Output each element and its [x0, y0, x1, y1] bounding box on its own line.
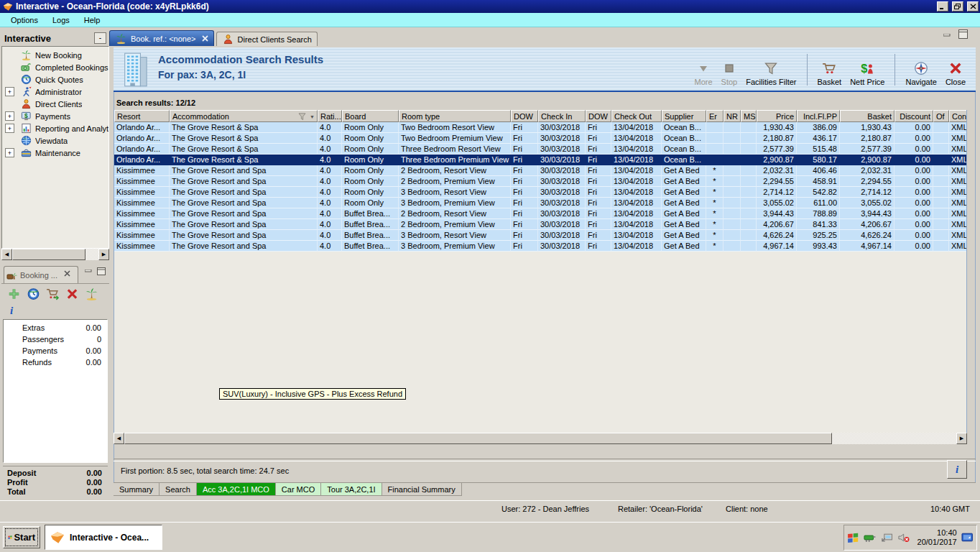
minimize-icon[interactable] — [83, 267, 93, 275]
sidebar-hscrollbar[interactable]: ◀ ▶ — [1, 249, 109, 260]
menu-item-help[interactable]: Help — [78, 14, 107, 26]
bottom-tab-financial-summary[interactable]: Financial Summary — [382, 483, 462, 496]
expand-icon[interactable]: + — [5, 111, 14, 121]
add-icon[interactable] — [7, 288, 21, 300]
expand-icon[interactable]: + — [5, 87, 14, 96]
column-header-ms[interactable]: MS — [741, 110, 757, 122]
column-header-rati[interactable]: Rati... — [318, 110, 342, 122]
column-header-check-out[interactable]: Check Out — [611, 110, 662, 122]
bottom-tab-acc-3a-2c-1i-mco[interactable]: Acc 3A,2C,1I MCO — [197, 483, 276, 496]
result-row[interactable]: KissimmeeThe Grove Resort and Spa4.0Room… — [114, 187, 967, 198]
result-row[interactable]: KissimmeeThe Grove Resort and Spa4.0Room… — [114, 165, 967, 176]
column-header-supplier[interactable]: Supplier — [662, 110, 706, 122]
panel-minimize-icon[interactable] — [941, 30, 953, 40]
collapse-icon[interactable]: - — [94, 32, 106, 44]
taskbar-task-button[interactable]: Interactive - Ocea... — [45, 525, 162, 550]
tab-direct-clients-search[interactable]: Direct Clients Search — [216, 32, 318, 46]
sidebar-item-direct-clients[interactable]: Direct Clients — [2, 98, 108, 110]
quick-quote-icon[interactable] — [27, 288, 40, 300]
result-row[interactable]: Orlando Ar...The Grove Resort & Spa4.0Ro… — [114, 122, 967, 133]
column-header-dow[interactable]: DOW — [586, 110, 611, 122]
column-header-nr[interactable]: NR — [724, 110, 741, 122]
result-row[interactable]: KissimmeeThe Grove Resort and Spa4.0Buff… — [114, 241, 967, 252]
column-header-of[interactable]: Of — [933, 110, 949, 122]
scroll-track[interactable] — [832, 433, 956, 444]
facilities-filter-button[interactable]: Facilities Filter — [741, 60, 800, 88]
start-button[interactable]: Start — [3, 526, 40, 548]
sidebar-item-payments[interactable]: +$Payments — [2, 110, 108, 122]
tab-book-ref-none[interactable]: Book. ref.: <none> — [109, 30, 214, 46]
windows-update-icon[interactable] — [847, 531, 859, 544]
column-header-check-in[interactable]: Check In — [538, 110, 586, 122]
network-card-icon[interactable] — [864, 531, 876, 544]
filter-funnel-icon[interactable] — [297, 112, 307, 121]
nett-price-button[interactable]: $Nett Price — [846, 60, 889, 88]
sidebar-item-completed-bookings[interactable]: Completed Bookings — [2, 61, 108, 73]
scroll-right-icon[interactable]: ▶ — [98, 249, 109, 260]
column-header-basket[interactable]: Basket — [840, 110, 895, 122]
scroll-thumb[interactable] — [12, 249, 85, 260]
column-header-board[interactable]: Board — [342, 110, 399, 122]
column-header-price[interactable]: Price — [757, 110, 797, 122]
column-header-resort[interactable]: Resort — [114, 110, 170, 122]
scroll-left-icon[interactable]: ◀ — [1, 249, 12, 260]
column-header-accommodation[interactable]: Accommodation▼ — [170, 110, 318, 122]
cell: Fri — [586, 230, 611, 241]
expand-icon[interactable]: + — [5, 148, 14, 157]
result-row[interactable]: KissimmeeThe Grove Resort and Spa4.0Buff… — [114, 230, 967, 241]
close-icon[interactable] — [202, 35, 208, 42]
result-row[interactable]: Orlando Ar...The Grove Resort & Spa4.0Ro… — [114, 144, 967, 155]
navigate-button[interactable]: Navigate — [901, 60, 940, 88]
column-header-room-type[interactable]: Room type — [399, 110, 511, 122]
stop-button[interactable]: Stop — [717, 60, 742, 88]
result-row[interactable]: Orlando Ar...The Grove Resort & Spa4.0Ro… — [114, 155, 967, 165]
column-header-discount[interactable]: Discount — [895, 110, 933, 122]
result-row[interactable]: KissimmeeThe Grove Resort and Spa4.0Buff… — [114, 219, 967, 230]
close-button[interactable]: Close — [941, 60, 970, 88]
info-icon[interactable]: i — [10, 305, 13, 317]
menu-item-logs[interactable]: Logs — [46, 14, 76, 26]
palm-tree-icon[interactable] — [85, 288, 98, 300]
sidebar-item-new-booking[interactable]: New Booking — [2, 49, 108, 61]
network-connection-icon[interactable] — [881, 531, 893, 544]
column-header-contrac[interactable]: Contrac — [949, 110, 967, 122]
expand-icon[interactable]: + — [5, 124, 14, 133]
results-hscrollbar[interactable]: ◀ ▶ — [114, 433, 967, 444]
close-icon[interactable] — [64, 270, 75, 280]
result-row[interactable]: KissimmeeThe Grove Resort and Spa4.0Room… — [114, 198, 967, 208]
show-desktop-icon[interactable] — [961, 531, 974, 544]
close-icon[interactable] — [967, 1, 979, 12]
sidebar-item-maintenance[interactable]: +Maintenance — [2, 147, 108, 159]
info-button[interactable]: i — [947, 460, 967, 479]
filter-dropdown-icon[interactable]: ▼ — [310, 114, 315, 119]
panel-maximize-icon[interactable] — [957, 29, 969, 40]
basket-button[interactable]: Basket — [813, 60, 846, 88]
booking-tab[interactable]: Booking ... — [4, 266, 78, 283]
sidebar-item-reporting-and-analyt[interactable]: +Reporting and Analyt — [2, 122, 108, 134]
delete-icon[interactable] — [65, 288, 79, 300]
bottom-tab-search[interactable]: Search — [160, 483, 197, 496]
more-button[interactable]: More — [690, 60, 717, 88]
column-header-dow[interactable]: DOW — [511, 110, 538, 122]
sidebar-item-viewdata[interactable]: Viewdata — [2, 134, 108, 147]
bottom-tab-tour-3a-2c-1i[interactable]: Tour 3A,2C,1I — [321, 483, 382, 496]
bottom-tab-car-mco[interactable]: Car MCO — [276, 483, 321, 496]
column-header-er[interactable]: Er — [706, 110, 724, 122]
restore-icon[interactable] — [952, 1, 963, 12]
scroll-track[interactable] — [85, 249, 98, 260]
result-row[interactable]: Orlando Ar...The Grove Resort & Spa4.0Ro… — [114, 133, 967, 144]
sidebar-item-administrator[interactable]: +Administrator — [2, 86, 108, 98]
result-row[interactable]: KissimmeeThe Grove Resort and Spa4.0Buff… — [114, 208, 967, 219]
menu-item-options[interactable]: Options — [4, 14, 45, 26]
scroll-left-icon[interactable]: ◀ — [114, 433, 124, 444]
column-header-incl-fl-pp[interactable]: Incl.Fl.PP — [797, 110, 840, 122]
minimize-icon[interactable] — [937, 1, 948, 12]
sidebar-item-quick-quotes[interactable]: Quick Quotes — [2, 73, 108, 86]
scroll-right-icon[interactable]: ▶ — [956, 433, 967, 444]
bottom-tab-summary[interactable]: Summary — [114, 483, 160, 496]
maximize-icon[interactable] — [96, 267, 106, 275]
basket-add-icon[interactable] — [46, 288, 60, 300]
result-row[interactable]: KissimmeeThe Grove Resort and Spa4.0Room… — [114, 176, 967, 187]
scroll-thumb[interactable] — [124, 433, 832, 444]
volume-muted-icon[interactable] — [897, 531, 910, 544]
